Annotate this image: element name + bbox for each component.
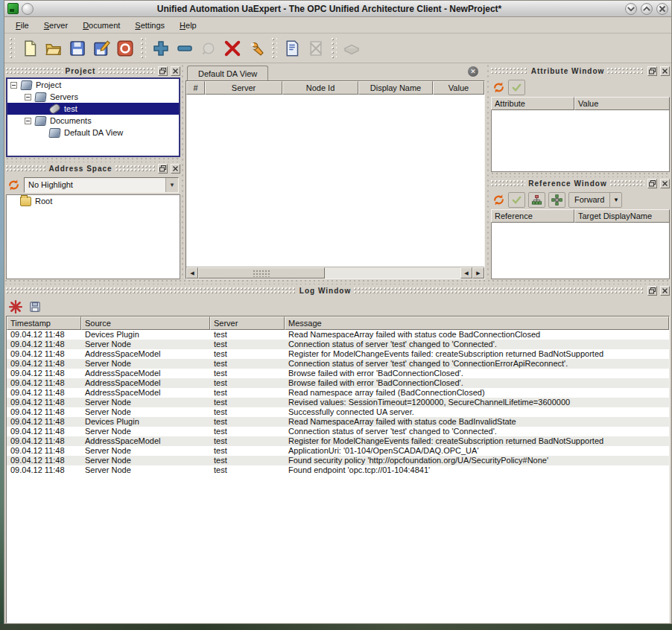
attribute-body[interactable] bbox=[491, 110, 670, 172]
float-panel-icon[interactable] bbox=[158, 66, 168, 76]
vertical-splitter[interactable] bbox=[486, 63, 491, 279]
horizontal-splitter[interactable] bbox=[6, 157, 180, 162]
menu-file[interactable]: File bbox=[9, 19, 36, 32]
log-row[interactable]: 09.04.12 11:48 Devices Plugin test Read … bbox=[7, 330, 669, 340]
vertical-splitter[interactable] bbox=[180, 63, 186, 279]
titlebar[interactable]: Unified Automation UaExpert - The OPC Un… bbox=[4, 1, 671, 17]
save-project-icon[interactable] bbox=[66, 36, 89, 60]
column-header[interactable]: Timestamp bbox=[7, 316, 81, 330]
reference-body[interactable] bbox=[491, 223, 670, 279]
log-row[interactable]: 09.04.12 11:48 Server Node test Connecti… bbox=[7, 427, 669, 436]
float-panel-icon[interactable] bbox=[647, 66, 657, 76]
close-tab-icon[interactable]: ✕ bbox=[468, 66, 478, 77]
column-header[interactable]: Attribute bbox=[491, 97, 574, 110]
menu-document[interactable]: Document bbox=[76, 19, 127, 32]
column-header[interactable]: Node Id bbox=[282, 81, 358, 95]
highlight-select[interactable]: No Highlight ▼ bbox=[24, 177, 179, 193]
column-header[interactable]: Value bbox=[433, 81, 484, 95]
chevron-down-icon[interactable]: ▼ bbox=[165, 178, 178, 192]
toolbar-handle[interactable] bbox=[140, 37, 146, 60]
save-log-icon[interactable] bbox=[28, 300, 42, 314]
new-project-icon[interactable] bbox=[18, 36, 42, 60]
attribute-titlebar[interactable]: Attribute Window bbox=[491, 65, 670, 77]
horizontal-scrollbar[interactable]: ◀ ◀ ▶ bbox=[186, 267, 484, 279]
project-tree[interactable]: Project Servers test bbox=[6, 77, 180, 157]
float-panel-icon[interactable] bbox=[647, 179, 657, 188]
auto-update-icon[interactable] bbox=[508, 192, 525, 208]
remove-server-icon[interactable] bbox=[173, 36, 197, 60]
log-row[interactable]: 09.04.12 11:48 AddressSpaceModel test Br… bbox=[7, 369, 669, 378]
log-row[interactable]: 09.04.12 11:48 Server Node test Connecti… bbox=[7, 340, 669, 349]
save-project-as-icon[interactable] bbox=[89, 36, 113, 60]
log-row[interactable]: 09.04.12 11:48 Server Node test Found en… bbox=[7, 465, 669, 475]
tree-item[interactable]: Project bbox=[7, 79, 179, 91]
address-space-tree[interactable]: Root bbox=[6, 194, 180, 279]
close-button[interactable] bbox=[656, 3, 668, 15]
open-project-icon[interactable] bbox=[42, 36, 66, 60]
close-panel-icon[interactable] bbox=[171, 164, 180, 174]
log-row[interactable]: 09.04.12 11:48 Server Node test Found se… bbox=[7, 456, 669, 465]
log-row[interactable]: 09.04.12 11:48 Devices Plugin test Read … bbox=[7, 417, 669, 427]
horizontal-splitter[interactable] bbox=[491, 172, 670, 177]
auto-update-icon[interactable] bbox=[508, 80, 525, 95]
log-row[interactable]: 09.04.12 11:48 AddressSpaceModel test Re… bbox=[7, 388, 669, 398]
tree-item[interactable]: test bbox=[7, 103, 179, 115]
tree-item[interactable]: Default DA View bbox=[7, 127, 179, 139]
toolbar-handle[interactable] bbox=[331, 37, 337, 60]
log-row[interactable]: 09.04.12 11:48 Server Node test Revised … bbox=[7, 398, 669, 407]
log-row[interactable]: 09.04.12 11:48 Server Node test Applicat… bbox=[7, 446, 669, 456]
menu-help[interactable]: Help bbox=[173, 19, 203, 32]
project-panel-titlebar[interactable]: Project bbox=[6, 65, 180, 77]
log-row[interactable]: 09.04.12 11:48 AddressSpaceModel test Br… bbox=[7, 378, 669, 388]
column-header[interactable]: Display Name bbox=[358, 81, 433, 95]
column-header[interactable]: Reference bbox=[491, 209, 574, 223]
refresh-icon[interactable] bbox=[492, 194, 505, 206]
add-document-icon[interactable] bbox=[280, 36, 304, 60]
close-panel-icon[interactable] bbox=[660, 179, 670, 188]
clear-log-icon[interactable] bbox=[9, 300, 22, 314]
close-panel-icon[interactable] bbox=[171, 66, 180, 76]
log-row[interactable]: 09.04.12 11:48 Server Node test Successf… bbox=[7, 407, 669, 417]
remove-node-icon[interactable] bbox=[221, 36, 244, 60]
expander-icon[interactable] bbox=[25, 118, 31, 124]
column-header[interactable]: Value bbox=[574, 97, 670, 110]
float-panel-icon[interactable] bbox=[158, 164, 168, 174]
menu-settings[interactable]: Settings bbox=[128, 19, 171, 32]
expander-icon[interactable] bbox=[25, 94, 31, 101]
refresh-icon[interactable] bbox=[7, 179, 20, 191]
scroll-left-icon[interactable]: ◀ bbox=[460, 267, 472, 279]
print-icon[interactable] bbox=[340, 36, 364, 60]
tree-item[interactable]: Servers bbox=[7, 91, 179, 103]
scroll-left-icon[interactable]: ◀ bbox=[186, 267, 198, 279]
scrollbar-thumb[interactable] bbox=[198, 267, 325, 279]
direction-select[interactable]: Forward ▼ bbox=[568, 192, 622, 208]
log-titlebar[interactable]: Log Window bbox=[6, 284, 670, 297]
tree-item[interactable]: Documents bbox=[7, 115, 179, 127]
menu-server[interactable]: Server bbox=[37, 19, 75, 32]
add-server-icon[interactable] bbox=[149, 36, 173, 60]
log-row[interactable]: 09.04.12 11:48 AddressSpaceModel test Re… bbox=[7, 436, 669, 446]
column-header[interactable]: Message bbox=[285, 316, 669, 330]
connect-server-icon[interactable] bbox=[197, 36, 221, 60]
float-panel-icon[interactable] bbox=[647, 286, 657, 296]
toolbar-handle[interactable] bbox=[9, 37, 15, 60]
log-row[interactable]: 09.04.12 11:48 Server Node test Connecti… bbox=[7, 359, 669, 369]
column-header[interactable]: # bbox=[186, 81, 205, 95]
maximize-button[interactable] bbox=[641, 3, 653, 15]
horizontal-splitter[interactable] bbox=[4, 279, 671, 284]
chevron-down-icon[interactable]: ▼ bbox=[609, 193, 621, 207]
scroll-right-icon[interactable]: ▶ bbox=[472, 267, 484, 279]
close-panel-icon[interactable] bbox=[660, 286, 670, 296]
address-space-titlebar[interactable]: Address Space bbox=[6, 162, 180, 175]
log-row[interactable]: 09.04.12 11:48 AddressSpaceModel test Re… bbox=[7, 349, 669, 359]
tree-item-root[interactable]: Root bbox=[7, 195, 180, 207]
reference-titlebar[interactable]: Reference Window bbox=[491, 177, 670, 190]
all-references-icon[interactable] bbox=[548, 192, 565, 208]
tab-default-da-view[interactable]: Default DA View bbox=[187, 66, 268, 80]
server-settings-icon[interactable] bbox=[244, 36, 268, 60]
expander-icon[interactable] bbox=[10, 82, 17, 89]
column-header[interactable]: Target DisplayName bbox=[574, 209, 670, 223]
toolbar-handle[interactable] bbox=[271, 37, 277, 60]
refresh-icon[interactable] bbox=[492, 81, 505, 94]
window-menu-button[interactable] bbox=[22, 3, 34, 15]
